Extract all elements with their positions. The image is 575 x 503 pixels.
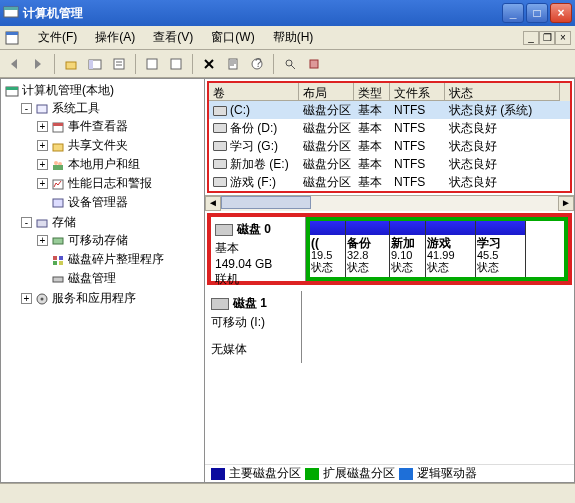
volume-row[interactable]: (C:)磁盘分区基本NTFS状态良好 (系统) (209, 101, 570, 119)
delete-button[interactable] (199, 54, 219, 74)
menu-action[interactable]: 操作(A) (87, 27, 143, 48)
window-title: 计算机管理 (23, 5, 502, 22)
document-icon (4, 30, 20, 46)
show-console-button[interactable] (85, 54, 105, 74)
expand-icon[interactable]: + (37, 235, 48, 246)
settings-button[interactable] (223, 54, 243, 74)
expand-icon[interactable]: + (21, 293, 32, 304)
tree-shared-folders[interactable]: +共享文件夹 (37, 136, 202, 155)
tree-perf-logs[interactable]: +性能日志和警报 (37, 174, 202, 193)
properties-button[interactable] (109, 54, 129, 74)
expand-icon[interactable]: + (37, 121, 48, 132)
partition[interactable]: 备份32.8状态 (346, 221, 390, 277)
svg-rect-12 (147, 59, 157, 69)
legend-logical-label: 逻辑驱动器 (417, 465, 477, 482)
mdi-minimize-button[interactable]: _ (523, 31, 539, 45)
disk-1-partitions (302, 291, 572, 363)
tree-disk-management[interactable]: 磁盘管理 (37, 269, 202, 288)
svg-rect-27 (53, 144, 63, 151)
svg-point-28 (54, 161, 58, 165)
svg-rect-38 (59, 261, 63, 265)
disk-0-partitions: ((19.5状态备份32.8状态新加9.10状态游戏41.99状态学习45.5状… (306, 217, 568, 281)
back-button[interactable] (4, 54, 24, 74)
svg-point-41 (41, 297, 44, 300)
svg-rect-23 (6, 87, 18, 90)
scroll-thumb[interactable] (221, 196, 311, 209)
col-filesystem[interactable]: 文件系统 (390, 83, 445, 101)
scroll-right-button[interactable]: ► (558, 196, 574, 211)
up-button[interactable] (61, 54, 81, 74)
expand-icon[interactable]: + (37, 159, 48, 170)
volume-row[interactable]: 新加卷 (E:)磁盘分区基本NTFS状态良好 (209, 155, 570, 173)
svg-rect-34 (53, 238, 63, 244)
mdi-restore-button[interactable]: ❐ (539, 31, 555, 45)
disk-0-row[interactable]: 磁盘 0 基本 149.04 GB 联机 ((19.5状态备份32.8状态新加9… (207, 213, 572, 285)
col-type[interactable]: 类型 (354, 83, 390, 101)
svg-rect-35 (53, 256, 57, 260)
menu-view[interactable]: 查看(V) (145, 27, 201, 48)
horizontal-scrollbar[interactable]: ◄ ► (205, 195, 574, 211)
action-button[interactable] (304, 54, 324, 74)
disk-icon (215, 224, 233, 236)
disk-0-size: 149.04 GB (215, 257, 301, 271)
col-status[interactable]: 状态 (445, 83, 560, 101)
menu-help[interactable]: 帮助(H) (265, 27, 322, 48)
col-layout[interactable]: 布局 (299, 83, 354, 101)
toolbar: ? (0, 50, 575, 78)
title-bar: 计算机管理 _ □ × (0, 0, 575, 26)
content-panel: 卷 布局 类型 文件系统 状态 (C:)磁盘分区基本NTFS状态良好 (系统)备… (205, 78, 575, 483)
tree-device-manager[interactable]: 设备管理器 (37, 193, 202, 212)
volume-row[interactable]: 学习 (G:)磁盘分区基本NTFS状态良好 (209, 137, 570, 155)
disk-1-row[interactable]: 磁盘 1 可移动 (I:) 无媒体 (207, 291, 572, 363)
tree-removable-storage[interactable]: +可移动存储 (37, 231, 202, 250)
tree-event-viewer[interactable]: +事件查看器 (37, 117, 202, 136)
svg-line-20 (291, 65, 295, 69)
mdi-close-button[interactable]: × (555, 31, 571, 45)
volume-list-header[interactable]: 卷 布局 类型 文件系统 状态 (209, 83, 570, 101)
svg-rect-36 (59, 256, 63, 260)
maximize-button[interactable]: □ (526, 3, 548, 23)
minimize-button[interactable]: _ (502, 3, 524, 23)
svg-rect-37 (53, 261, 57, 265)
svg-rect-8 (89, 60, 93, 69)
expand-icon[interactable]: + (37, 140, 48, 151)
volume-list[interactable]: 卷 布局 类型 文件系统 状态 (C:)磁盘分区基本NTFS状态良好 (系统)备… (207, 81, 572, 193)
tree-system-tools[interactable]: -系统工具 +事件查看器 +共享文件夹 +本地用户和组 +性能日志和警报 设备管… (21, 99, 202, 213)
close-button[interactable]: × (550, 3, 572, 23)
svg-rect-30 (53, 165, 63, 170)
volume-row[interactable]: 备份 (D:)磁盘分区基本NTFS状态良好 (209, 119, 570, 137)
scroll-track[interactable] (221, 196, 558, 211)
partition[interactable]: 新加9.10状态 (390, 221, 426, 277)
tree-storage[interactable]: -存储 +可移动存储 磁盘碎片整理程序 磁盘管理 (21, 213, 202, 289)
expand-icon[interactable]: + (37, 178, 48, 189)
export-button[interactable] (166, 54, 186, 74)
collapse-icon[interactable]: - (21, 103, 32, 114)
svg-rect-24 (37, 105, 47, 113)
disk-1-info: 磁盘 1 可移动 (I:) 无媒体 (207, 291, 302, 363)
status-bar (0, 483, 575, 503)
app-icon (3, 5, 19, 21)
disk-icon (211, 298, 229, 310)
menu-window[interactable]: 窗口(W) (203, 27, 262, 48)
scroll-left-button[interactable]: ◄ (205, 196, 221, 211)
menu-file[interactable]: 文件(F) (30, 27, 85, 48)
svg-marker-5 (35, 59, 41, 69)
disk-0-kind: 基本 (215, 240, 301, 257)
volume-row[interactable]: 游戏 (F:)磁盘分区基本NTFS状态良好 (209, 173, 570, 191)
tree-defrag[interactable]: 磁盘碎片整理程序 (37, 250, 202, 269)
svg-rect-33 (37, 220, 47, 227)
partition[interactable]: 学习45.5状态 (476, 221, 526, 277)
find-button[interactable] (280, 54, 300, 74)
legend-logical-swatch (399, 468, 413, 480)
tree-services-apps[interactable]: +服务和应用程序 (21, 289, 202, 308)
collapse-icon[interactable]: - (21, 217, 32, 228)
help-button[interactable]: ? (247, 54, 267, 74)
tree-root[interactable]: 计算机管理(本地) -系统工具 +事件查看器 +共享文件夹 +本地用户和组 +性… (5, 81, 202, 309)
partition[interactable]: ((19.5状态 (310, 221, 346, 277)
tree-panel[interactable]: 计算机管理(本地) -系统工具 +事件查看器 +共享文件夹 +本地用户和组 +性… (0, 78, 205, 483)
tree-local-users[interactable]: +本地用户和组 (37, 155, 202, 174)
refresh-button[interactable] (142, 54, 162, 74)
partition[interactable]: 游戏41.99状态 (426, 221, 476, 277)
forward-button[interactable] (28, 54, 48, 74)
col-volume[interactable]: 卷 (209, 83, 299, 101)
